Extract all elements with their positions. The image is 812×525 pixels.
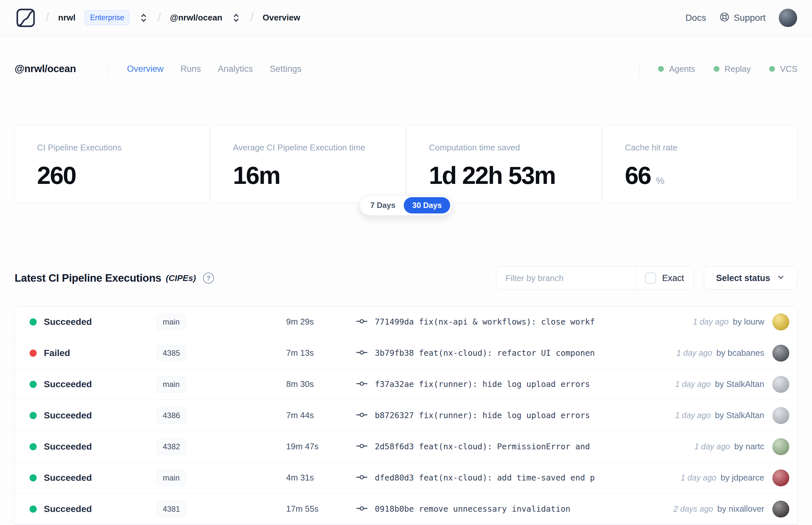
- tab-runs[interactable]: Runs: [180, 64, 201, 74]
- avatar[interactable]: [772, 345, 789, 362]
- status-dot: [30, 381, 37, 388]
- breadcrumb-separator: /: [250, 10, 253, 24]
- author: by StalkAltan: [715, 379, 764, 389]
- git-commit-icon: [356, 409, 368, 422]
- git-commit-icon: [356, 471, 368, 484]
- table-row[interactable]: Succeeded 4381 17m 55s 0918b0be remove u…: [15, 494, 797, 525]
- enterprise-badge: Enterprise: [85, 10, 129, 25]
- author: by nartc: [734, 441, 765, 452]
- duration: 9m 29s: [286, 317, 356, 327]
- stat-card-average-execution-time: Average CI Pipeline Execution time 16m: [211, 125, 405, 203]
- branch-filter-group: Exact: [496, 266, 693, 290]
- author: by lourw: [733, 317, 764, 327]
- stat-card-computation-time-saved: Computation time saved 1d 22h 53m: [407, 125, 601, 203]
- branch-badge[interactable]: 4385: [156, 345, 186, 361]
- commit-message[interactable]: 0918b0be remove unnecessary invalidation: [375, 504, 570, 514]
- exact-checkbox[interactable]: [645, 273, 656, 284]
- workspace-switcher-icon[interactable]: [231, 12, 241, 24]
- time-ago: 1 day ago: [677, 348, 712, 358]
- breadcrumb-workspace[interactable]: @nrwl/ocean: [170, 13, 222, 23]
- branch-badge[interactable]: 4381: [156, 501, 186, 517]
- divider: [108, 61, 108, 76]
- table-row[interactable]: Succeeded main 8m 30s f37a32ae fix(runne…: [15, 369, 797, 400]
- support-link[interactable]: Support: [719, 12, 766, 24]
- tab-analytics[interactable]: Analytics: [218, 64, 253, 74]
- commit-message[interactable]: 2d58f6d3 feat(nx-cloud): PermissionError…: [375, 442, 594, 451]
- avatar[interactable]: [772, 314, 789, 330]
- workspace-header: @nrwl/ocean Overview Runs Analytics Sett…: [0, 54, 812, 84]
- breadcrumb-page: Overview: [263, 13, 301, 23]
- status-replay: Replay: [714, 64, 751, 74]
- tab-overview[interactable]: Overview: [127, 64, 164, 74]
- green-status-dot: [769, 66, 775, 72]
- status-dot: [30, 443, 37, 450]
- time-ago: 1 day ago: [693, 317, 729, 327]
- commit-message[interactable]: f37a32ae fix(runner): hide log upload er…: [375, 379, 594, 389]
- branch-badge[interactable]: 4382: [156, 439, 186, 455]
- commit-message[interactable]: dfed80d3 feat(nx-cloud): add time-saved …: [375, 473, 594, 482]
- commit-hash: 2d58f6d3: [375, 442, 414, 451]
- breadcrumb-org[interactable]: nrwl: [58, 13, 75, 23]
- time-ago: 1 day ago: [681, 473, 717, 482]
- stat-card-cache-hit-rate: Cache hit rate 66%: [602, 125, 797, 203]
- date-range-toggle: 7 Days 30 Days: [359, 195, 453, 216]
- commit-hash: b8726327: [375, 411, 414, 420]
- table-row[interactable]: Succeeded 4386 7m 44s b8726327 fix(runne…: [15, 400, 797, 431]
- branch-filter-input[interactable]: [496, 267, 635, 289]
- stat-value: 260: [37, 161, 76, 190]
- breadcrumb: / nrwl Enterprise / @nrwl/ocean / Overvi…: [15, 7, 300, 29]
- commit-message[interactable]: 3b79fb38 feat(nx-cloud): refactor UI com…: [375, 348, 594, 358]
- commit-hash: 0918b0be: [375, 504, 414, 514]
- branch-badge[interactable]: 4386: [156, 407, 186, 424]
- status-label: Succeeded: [44, 473, 92, 483]
- help-icon[interactable]: ?: [203, 273, 214, 284]
- branch-badge[interactable]: main: [156, 314, 186, 330]
- branch-badge[interactable]: main: [156, 470, 186, 486]
- topbar: / nrwl Enterprise / @nrwl/ocean / Overvi…: [0, 0, 812, 36]
- org-switcher-icon[interactable]: [139, 12, 149, 24]
- git-commit-icon: [356, 315, 368, 328]
- section-title: Latest CI Pipeline Executions: [15, 272, 162, 284]
- workspace-tabs: Overview Runs Analytics Settings: [127, 64, 302, 74]
- commit-hash: f37a32ae: [375, 379, 414, 389]
- avatar[interactable]: [772, 438, 789, 455]
- git-commit-icon: [356, 378, 368, 391]
- status-label: Failed: [44, 348, 70, 358]
- commit-hash: 771499da: [375, 317, 414, 327]
- author: by jdpearce: [721, 473, 764, 483]
- status-label: Succeeded: [44, 504, 92, 514]
- nx-cloud-logo-icon[interactable]: [15, 7, 37, 29]
- duration: 8m 30s: [286, 379, 356, 389]
- avatar[interactable]: [772, 407, 789, 424]
- stat-label: CI Pipeline Executions: [37, 142, 209, 153]
- author: by StalkAltan: [715, 410, 764, 420]
- avatar[interactable]: [772, 469, 789, 486]
- commit-message[interactable]: 771499da fix(nx-api & workflows): close …: [375, 317, 594, 327]
- avatar[interactable]: [772, 501, 789, 518]
- table-row[interactable]: Succeeded 4382 19m 47s 2d58f6d3 feat(nx-…: [15, 431, 797, 462]
- table-row[interactable]: Failed 4385 7m 13s 3b79fb38 feat(nx-clou…: [15, 338, 797, 369]
- git-commit-icon: [356, 502, 368, 515]
- duration: 7m 13s: [286, 348, 356, 358]
- avatar[interactable]: [772, 376, 789, 393]
- toggle-30-days[interactable]: 30 Days: [404, 197, 450, 213]
- green-status-dot: [658, 66, 664, 72]
- docs-link[interactable]: Docs: [685, 13, 706, 23]
- commit-message[interactable]: b8726327 fix(runner): hide log upload er…: [375, 411, 594, 420]
- toggle-7-days[interactable]: 7 Days: [362, 197, 404, 213]
- git-commit-icon: [356, 347, 368, 360]
- exact-toggle[interactable]: Exact: [636, 267, 693, 289]
- table-row[interactable]: Succeeded main 9m 29s 771499da fix(nx-ap…: [15, 306, 797, 338]
- time-ago: 1 day ago: [675, 379, 711, 389]
- branch-badge[interactable]: main: [156, 376, 186, 392]
- user-avatar[interactable]: [779, 9, 797, 27]
- author: by bcabanes: [717, 348, 764, 358]
- table-row[interactable]: Succeeded main 4m 31s dfed80d3 feat(nx-c…: [15, 462, 797, 494]
- status-dot: [30, 318, 37, 326]
- percent-suffix: %: [656, 175, 664, 186]
- status-agents: Agents: [658, 64, 695, 74]
- commit-hash: dfed80d3: [375, 473, 414, 482]
- time-ago: 1 day ago: [675, 411, 711, 420]
- select-status-dropdown[interactable]: Select status: [704, 266, 797, 290]
- tab-settings[interactable]: Settings: [270, 64, 302, 74]
